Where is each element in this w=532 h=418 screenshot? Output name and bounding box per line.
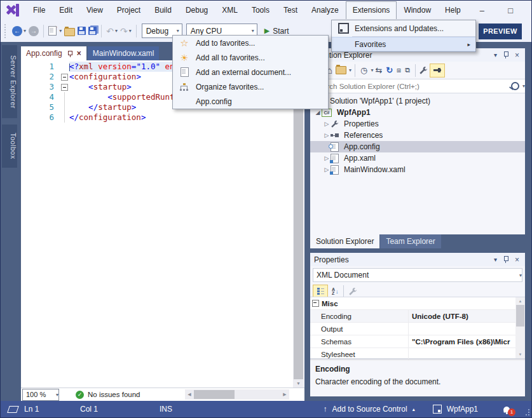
tab-app-config[interactable]: App.config × — [21, 46, 86, 60]
scroll-up-icon[interactable]: ▲ — [515, 297, 525, 305]
menu-extensions[interactable]: Extensions — [346, 1, 397, 19]
tree-row-app-config[interactable]: App.config — [310, 141, 525, 152]
save-button[interactable] — [78, 27, 86, 35]
new-file-button[interactable]: ★ ▾ — [48, 26, 62, 36]
sync-with-active-document-icon[interactable]: ⇆ — [375, 65, 382, 75]
code-editor[interactable]: 1 <?xml version="1.0" enco 2 <configurat… — [21, 60, 304, 388]
alphabetical-sort-button[interactable]: AZ ↓ — [332, 285, 339, 298]
switch-views-icon[interactable] — [336, 66, 346, 74]
scroll-right-icon[interactable]: ▶ — [280, 389, 289, 400]
tree-row-properties[interactable]: ▷ Properties — [310, 118, 525, 130]
scrollbar-thumb[interactable] — [516, 305, 524, 327]
expanded-arrow-icon[interactable]: ◢ — [314, 109, 322, 116]
preview-selected-items-toggle[interactable] — [430, 64, 445, 78]
editor-vertical-scrollbar[interactable]: ▲ ▼ — [293, 60, 304, 388]
solution-explorer-bottom-tab[interactable]: Solution Explorer — [310, 234, 379, 248]
menu-view[interactable]: View — [79, 1, 110, 19]
undo-button[interactable]: ↶ ▾ — [106, 26, 118, 36]
menu-item-extensions-and-updates[interactable]: Extensions and Updates... — [332, 20, 475, 36]
menu-analyze[interactable]: Analyze — [304, 1, 346, 19]
property-row-encoding[interactable]: Encoding Unicode (UTF-8) — [310, 310, 525, 323]
chevron-down-icon[interactable]: ▾ — [522, 83, 525, 89]
tab-mainwindow-xaml[interactable]: MainWindow.xaml — [88, 46, 160, 60]
object-type-combo[interactable]: XML Document ▾ — [313, 268, 522, 282]
menu-file[interactable]: File — [26, 1, 52, 19]
collapsed-arrow-icon[interactable]: ▷ — [323, 132, 331, 138]
redo-button[interactable]: ↷ ▾ — [120, 26, 132, 36]
window-position-icon[interactable]: ▾ — [494, 256, 497, 263]
collapse-box-icon[interactable] — [61, 74, 68, 81]
toolbox-tab[interactable]: Toolbox — [2, 125, 17, 168]
document-health-indicator[interactable]: ✓ No issues found — [76, 391, 140, 399]
search-input[interactable] — [310, 82, 511, 91]
tree-row-project[interactable]: ◢ C# WpfApp1 — [310, 107, 525, 118]
maximize-button[interactable]: □ — [496, 6, 525, 15]
property-row-schemas[interactable]: Schemas "C:\Program Files (x86)\Micr — [310, 335, 525, 348]
close-icon[interactable]: × — [77, 49, 81, 58]
project-indicator[interactable]: WpfApp1 — [433, 405, 478, 414]
menu-item-favorites[interactable]: Favorites ▸ — [332, 37, 475, 51]
navigate-forward-button[interactable]: → — [29, 26, 39, 36]
collapse-category-icon[interactable] — [312, 300, 319, 307]
menu-item-add-all-to-favorites[interactable]: ☀ Add all to favorites... — [173, 50, 328, 65]
pending-changes-filter-icon[interactable]: ◷ — [360, 65, 367, 75]
search-icon[interactable] — [511, 82, 519, 90]
status-insert-mode[interactable]: INS — [160, 405, 236, 414]
menu-test[interactable]: Test — [276, 1, 304, 19]
fold-margin[interactable] — [60, 82, 69, 92]
editor-zoom-combo[interactable]: 100 % ▾ — [22, 389, 59, 401]
tree-row-app-xaml[interactable]: ▷ App.xaml — [310, 152, 525, 164]
scrollbar-thumb[interactable] — [194, 390, 235, 399]
feedback-icon[interactable] — [7, 406, 19, 413]
property-pages-wrench-icon[interactable] — [348, 287, 357, 296]
properties-header[interactable]: Properties ▾ × — [310, 253, 525, 266]
notifications-button[interactable]: 1 — [503, 407, 510, 412]
preview-button[interactable]: PREVIEW — [479, 24, 522, 39]
collapse-all-icon[interactable]: ⧈ — [397, 66, 401, 74]
editor-horizontal-scrollbar[interactable]: ◀ ▶ — [185, 389, 289, 400]
status-line[interactable]: Ln 1 — [24, 405, 80, 414]
pin-icon[interactable] — [67, 51, 73, 57]
open-file-button[interactable] — [64, 26, 75, 36]
server-explorer-tab[interactable]: Server Explorer — [2, 45, 17, 118]
team-explorer-bottom-tab[interactable]: Team Explorer — [380, 234, 440, 248]
property-row-output[interactable]: Output — [310, 323, 525, 335]
scroll-left-icon[interactable]: ◀ — [185, 389, 194, 400]
scrollbar-thumb[interactable] — [294, 69, 303, 379]
minimize-button[interactable]: – — [468, 6, 496, 15]
toolbar-grip[interactable] — [4, 24, 7, 38]
status-column[interactable]: Col 1 — [80, 405, 160, 414]
start-debugging-button[interactable]: ▶ Start — [264, 27, 289, 36]
tree-row-mainwindow-xaml[interactable]: ▷ MainWindow.xaml — [310, 164, 525, 175]
menu-debug[interactable]: Debug — [179, 1, 215, 19]
tree-row-solution[interactable]: Solution 'WpfApp1' (1 project) — [310, 95, 525, 107]
save-all-button[interactable] — [88, 27, 97, 35]
collapsed-arrow-icon[interactable]: ▷ — [323, 121, 331, 127]
menu-tools[interactable]: Tools — [245, 1, 276, 19]
resize-grip[interactable] — [523, 409, 529, 415]
close-icon[interactable]: × — [515, 255, 519, 264]
grid-scrollbar[interactable]: ▲ ▼ — [515, 297, 525, 358]
menu-xml[interactable]: XML — [215, 1, 245, 19]
pin-icon[interactable] — [503, 51, 508, 58]
menu-project[interactable]: Project — [110, 1, 147, 19]
menu-item-add-external-document[interactable]: Add an external document... — [173, 65, 328, 79]
menu-item-add-to-favorites[interactable]: ☆ Add to favorites... — [173, 36, 328, 50]
pin-icon[interactable] — [503, 256, 508, 263]
menu-edit[interactable]: Edit — [52, 1, 79, 19]
scroll-down-icon[interactable]: ▼ — [293, 379, 304, 388]
menu-help[interactable]: Help — [438, 1, 468, 19]
category-row[interactable]: Misc — [310, 297, 525, 310]
scroll-down-icon[interactable]: ▼ — [515, 351, 525, 358]
code-line[interactable]: 6 </configuration> — [21, 112, 293, 123]
navigate-back-button[interactable]: ← ▾ — [12, 26, 26, 36]
collapse-box-icon[interactable] — [61, 84, 68, 91]
window-position-icon[interactable]: ▾ — [494, 51, 497, 58]
menu-window[interactable]: Window — [397, 1, 438, 19]
show-all-files-icon[interactable]: ⧉ — [405, 66, 410, 74]
close-button[interactable]: × — [525, 6, 532, 15]
tree-row-references[interactable]: ▷ References — [310, 130, 525, 141]
menu-item-app-config[interactable]: App.config — [173, 94, 328, 109]
add-to-source-control-button[interactable]: ↑ Add to Source Control ▴ — [324, 405, 415, 414]
menu-item-organize-favorites[interactable]: Organize favorites... — [173, 79, 328, 94]
